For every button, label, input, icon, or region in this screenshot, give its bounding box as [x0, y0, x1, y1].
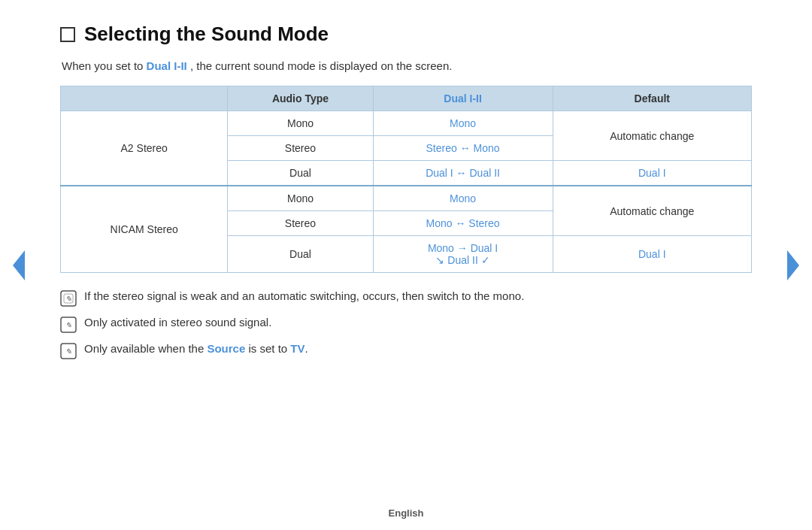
note-3-text: Only available when the Source is set to… [84, 342, 308, 355]
audio-type-cell: Stereo [228, 211, 373, 236]
source-highlight: Source [207, 342, 245, 355]
dual-cell: Stereo ↔ Mono [373, 136, 553, 161]
nav-next-button[interactable] [782, 250, 804, 280]
intro-after: , the current sound mode is displayed on… [190, 59, 453, 72]
svg-marker-0 [13, 250, 25, 280]
col-header-empty [61, 86, 228, 111]
dual-cell: Mono → Dual I↘ Dual II ✓ [373, 236, 553, 273]
page-footer: English [0, 507, 812, 519]
col-header-default: Default [553, 86, 751, 111]
group-nicam-stereo: NICAM Stereo [61, 186, 228, 273]
svg-marker-1 [787, 250, 799, 280]
dual-cell: Mono [373, 111, 553, 136]
audio-type-cell: Mono [228, 111, 373, 136]
notes-section: ✎ If the stereo signal is weak and an au… [60, 289, 752, 359]
intro-before: When you set to [62, 59, 147, 72]
nav-prev-button[interactable] [8, 250, 30, 280]
default-cell: Automatic change [553, 111, 751, 161]
page-title: Selecting the Sound Mode [84, 23, 329, 46]
sound-mode-table: Audio Type Dual I-II Default A2 Stereo M… [60, 86, 752, 273]
tv-highlight: TV [290, 342, 304, 355]
page-content: Selecting the Sound Mode When you set to… [0, 0, 812, 383]
page-title-section: Selecting the Sound Mode [60, 23, 752, 46]
note-2-text: Only activated in stereo sound signal. [84, 316, 271, 329]
table-row: A2 Stereo Mono Mono Automatic change [61, 111, 752, 136]
default-cell: Dual I [553, 236, 751, 273]
svg-text:✎: ✎ [65, 321, 71, 329]
default-cell: Automatic change [553, 186, 751, 236]
col-header-audio-type: Audio Type [228, 86, 373, 111]
col-header-dual: Dual I-II [373, 86, 553, 111]
table-row: NICAM Stereo Mono Mono Automatic change [61, 186, 752, 211]
note-3: ✎ Only available when the Source is set … [60, 342, 752, 359]
audio-type-cell: Dual [228, 236, 373, 273]
svg-text:✎: ✎ [65, 295, 71, 303]
audio-type-cell: Stereo [228, 136, 373, 161]
note-1-text: If the stereo signal is weak and an auto… [84, 289, 524, 302]
audio-type-cell: Dual [228, 161, 373, 186]
intro-text: When you set to Dual I-II , the current … [62, 59, 752, 72]
note-icon-1: ✎ [60, 290, 77, 307]
checkbox-icon [60, 27, 75, 42]
intro-highlight: Dual I-II [147, 59, 187, 72]
default-cell: Dual I [553, 161, 751, 186]
svg-text:✎: ✎ [65, 347, 71, 356]
note-2: ✎ Only activated in stereo sound signal. [60, 316, 752, 333]
footer-text: English [389, 507, 424, 519]
note-1: ✎ If the stereo signal is weak and an au… [60, 289, 752, 307]
dual-cell: Mono [373, 186, 553, 211]
audio-type-cell: Mono [228, 186, 373, 211]
group-a2-stereo: A2 Stereo [61, 111, 228, 186]
note-icon-3: ✎ [60, 343, 77, 359]
dual-cell: Dual I ↔ Dual II [373, 161, 553, 186]
note-icon-2: ✎ [60, 316, 77, 333]
dual-cell: Mono ↔ Stereo [373, 211, 553, 236]
